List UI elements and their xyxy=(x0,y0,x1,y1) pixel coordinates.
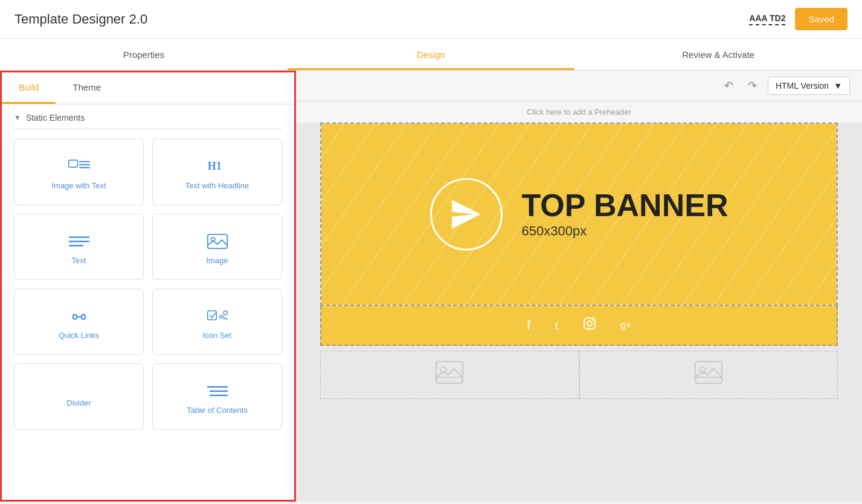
chevron-down-icon: ▼ xyxy=(834,81,842,91)
chevron-icon: ▼ xyxy=(14,113,21,122)
image-with-text-label: Image with Text xyxy=(51,181,106,190)
version-select[interactable]: HTML Version ▼ xyxy=(768,77,850,95)
banner-text-block: TOP BANNER 650x300px xyxy=(522,190,729,239)
banner-background: TOP BANNER 650x300px xyxy=(321,124,837,305)
element-quick-links[interactable]: Quick Links xyxy=(14,289,144,355)
svg-rect-0 xyxy=(68,160,77,167)
instagram-icon xyxy=(583,317,596,334)
tab-properties[interactable]: Properties xyxy=(0,39,288,70)
image-label: Image xyxy=(206,256,228,265)
image-icon xyxy=(207,233,228,250)
banner-content: TOP BANNER 650x300px xyxy=(430,178,729,250)
icon-set-label: Icon Set xyxy=(203,331,232,340)
svg-rect-8 xyxy=(207,234,227,248)
element-divider[interactable]: Divider xyxy=(14,363,144,430)
text-with-headline-icon: H1 xyxy=(207,158,228,175)
saved-button[interactable]: Saved xyxy=(795,8,848,30)
section-header: ▼ Static Elements xyxy=(2,104,294,129)
content-row xyxy=(320,351,838,399)
content-placeholder-icon-1 xyxy=(435,360,464,390)
top-bar-right: AAA TD2 Saved xyxy=(749,8,848,30)
content-placeholder-icon-2 xyxy=(694,360,723,390)
banner-circle xyxy=(430,178,503,250)
left-panel: Build Theme ▼ Static Elements xyxy=(0,71,296,502)
text-with-headline-label: Text with Headline xyxy=(185,181,249,190)
element-text[interactable]: Text xyxy=(14,214,144,280)
element-table-of-contents[interactable]: Table of Contents xyxy=(152,363,282,430)
twitter-icon: t xyxy=(555,317,558,333)
main-layout: Build Theme ▼ Static Elements xyxy=(0,71,862,502)
undo-button[interactable]: ↶ xyxy=(721,78,737,94)
build-theme-tabs: Build Theme xyxy=(2,72,294,104)
section-label: Static Elements xyxy=(26,113,85,123)
canvas-area: TOP BANNER 650x300px f t g+ xyxy=(296,123,862,411)
nav-tabs: Properties Design Review & Activate xyxy=(0,39,862,71)
section-divider xyxy=(14,129,282,129)
banner-sub: 650x300px xyxy=(522,223,729,239)
banner-section[interactable]: TOP BANNER 650x300px xyxy=(320,123,838,306)
element-image-with-text[interactable]: Image with Text xyxy=(14,139,144,205)
top-bar: Template Designer 2.0 AAA TD2 Saved xyxy=(0,0,862,39)
image-with-text-icon xyxy=(68,158,90,175)
tab-build[interactable]: Build xyxy=(2,72,56,104)
social-bar: f t g+ xyxy=(320,306,838,346)
quick-links-icon xyxy=(68,308,90,325)
quick-links-label: Quick Links xyxy=(59,331,99,340)
right-panel: ↶ ↷ HTML Version ▼ Click here to add a P… xyxy=(296,71,862,502)
googleplus-icon: g+ xyxy=(620,320,631,331)
svg-marker-16 xyxy=(452,200,481,229)
table-of-contents-icon xyxy=(207,383,228,400)
element-icon-set[interactable]: Icon Set xyxy=(152,289,282,355)
app-title: Template Designer 2.0 xyxy=(14,11,147,27)
redo-button[interactable]: ↷ xyxy=(744,78,761,94)
element-image[interactable]: Image xyxy=(152,214,282,280)
table-of-contents-label: Table of Contents xyxy=(187,406,248,415)
elements-grid: Image with Text H1 Text with Headline xyxy=(2,136,294,439)
tab-review[interactable]: Review & Activate xyxy=(574,39,862,70)
facebook-icon: f xyxy=(527,317,530,333)
element-text-with-headline[interactable]: H1 Text with Headline xyxy=(152,139,282,205)
tab-design[interactable]: Design xyxy=(288,39,575,70)
canvas-toolbar: ↶ ↷ HTML Version ▼ xyxy=(296,71,862,101)
svg-text:H1: H1 xyxy=(207,159,221,171)
version-select-label: HTML Version xyxy=(776,81,829,91)
svg-point-18 xyxy=(587,321,592,326)
divider-label: Divider xyxy=(66,398,91,407)
user-label: AAA TD2 xyxy=(749,13,785,25)
tab-theme[interactable]: Theme xyxy=(56,72,118,104)
text-icon xyxy=(68,233,90,250)
svg-point-19 xyxy=(592,319,593,321)
content-block-1 xyxy=(320,351,579,399)
text-label: Text xyxy=(72,256,86,265)
content-block-2 xyxy=(579,351,838,399)
banner-title: TOP BANNER xyxy=(522,190,729,221)
svg-point-12 xyxy=(223,311,227,315)
preheader-bar[interactable]: Click here to add a Preheader xyxy=(296,101,862,123)
icon-set-icon xyxy=(207,308,228,325)
